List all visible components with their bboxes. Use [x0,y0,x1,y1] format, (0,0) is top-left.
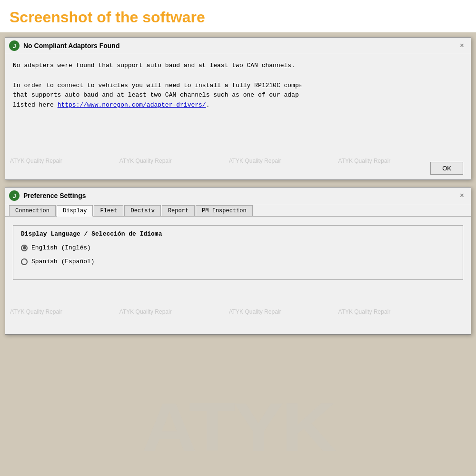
dialog1-line4: listed here https://www.noregon.com/adap… [13,100,463,110]
tab-display[interactable]: Display [57,205,93,217]
radio-english[interactable]: English (Inglés) [21,244,455,251]
dialog2-body: Display Language / Selección de Idioma E… [5,217,471,287]
adapter-drivers-link[interactable]: https://www.noregon.com/adapter-drivers/ [58,101,206,109]
dialog2-app-icon: J [9,190,20,201]
dialog1-line3: that supports auto baud and at least two… [13,90,463,100]
dialog-no-compliant: ATYK Quality Repair ATYK Quality Repair … [5,37,471,180]
ok-button[interactable]: OK [430,162,463,175]
language-group-box: Display Language / Selección de Idioma E… [13,225,463,280]
dialog1-body: No adapters were found that support auto… [5,54,471,117]
tabs-row: Connection Display Fleet Decisiv Report … [5,205,471,217]
tab-report[interactable]: Report [162,205,195,216]
dialog1-app-icon: J [9,40,20,51]
dialog1-close-button[interactable]: × [457,40,467,51]
tab-decisiv[interactable]: Decisiv [124,205,160,216]
tabs-container: ATYK Quality Repair ATYK Quality Repair … [5,205,471,217]
radio-english-indicator[interactable] [21,245,28,251]
radio-spanish-indicator[interactable] [21,258,28,265]
tab-pm-inspection[interactable]: PM Inspection [196,205,253,216]
big-watermark: ATYK [0,379,476,466]
dialog2-header: J Preference Settings × [5,188,471,204]
radio-english-label: English (Inglés) [31,244,91,251]
language-group-label: Display Language / Selección de Idioma [21,230,455,238]
dialog1-header: J No Compliant Adaptors Found × [5,38,471,54]
dialog2-title: Preference Settings [23,192,457,199]
dialog2-close-button[interactable]: × [457,190,467,201]
dialog1-footer: OK [430,162,463,175]
radio-spanish-label: Spanish (Español) [31,258,95,265]
dialog-preference-settings: ATYK Quality Repair ATYK Quality Repair … [5,187,471,335]
dialog1-line1: No adapters were found that support auto… [13,61,463,71]
radio-spanish[interactable]: Spanish (Español) [21,258,455,265]
tab-fleet[interactable]: Fleet [94,205,123,216]
tab-connection[interactable]: Connection [9,205,56,216]
dialog1-line2: In order to connect to vehicles you will… [13,81,463,91]
page-title: Screenshot of the software [0,0,476,32]
screenshots-area: ATYK ATYK Quality Repair ATYK Quality Re… [0,32,476,476]
dialog1-title: No Compliant Adaptors Found [23,42,457,50]
